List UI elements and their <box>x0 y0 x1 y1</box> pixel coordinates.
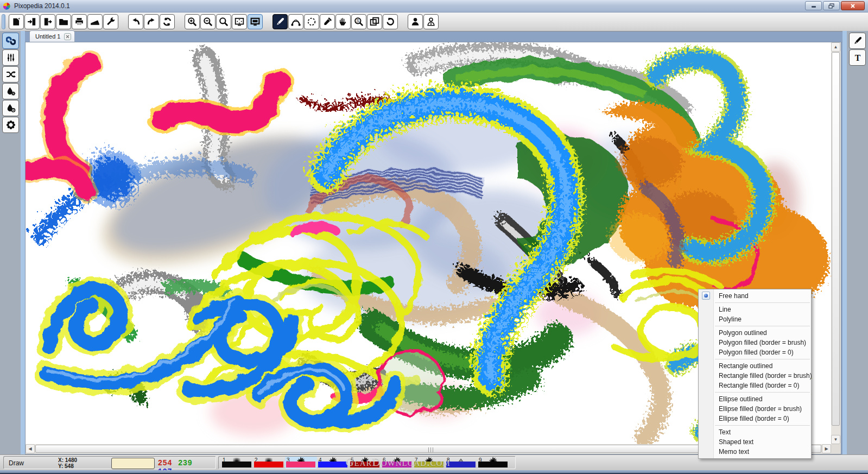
brush-preset-5[interactable]: 5 <box>349 457 381 469</box>
print-button[interactable] <box>72 14 87 29</box>
selected-radio-icon <box>702 292 710 300</box>
menu-item-label: Ellipse filled (border = brush) <box>719 405 802 413</box>
import-image-button[interactable] <box>24 14 40 29</box>
preset-color-bar <box>254 462 283 467</box>
text-tool-button[interactable]: T <box>849 49 866 66</box>
user-outline-button[interactable] <box>423 14 439 29</box>
zoom-out-button[interactable] <box>200 14 216 29</box>
cursor-x: X: 1480 <box>58 457 77 463</box>
close-button[interactable] <box>841 1 865 10</box>
color-picker-button[interactable] <box>320 14 335 29</box>
screen-view-button[interactable] <box>248 14 263 29</box>
open-file-button[interactable] <box>56 14 71 29</box>
redo-button[interactable] <box>144 14 159 29</box>
scroll-down-icon[interactable]: ▼ <box>831 435 840 444</box>
layout-windows-button[interactable] <box>367 14 382 29</box>
preset-color-bar <box>222 462 251 467</box>
fit-to-screen-button[interactable] <box>232 14 247 29</box>
bezier-curve-button[interactable] <box>288 14 303 29</box>
menu-item-text[interactable]: Text <box>699 427 811 437</box>
brush-preset-7[interactable]: 7 <box>413 457 445 469</box>
scroll-up-icon[interactable]: ▲ <box>831 42 840 52</box>
app-logo-icon <box>3 2 11 10</box>
droplet-mode-button[interactable] <box>2 100 19 116</box>
brush-preset-9[interactable]: 9 <box>477 457 509 469</box>
menu-item-label: Text <box>719 428 731 436</box>
menu-item-rectangle-filled-border-0[interactable]: Rectangle filled (border = 0) <box>699 381 811 390</box>
left-tool-panel <box>0 31 25 454</box>
adjust-sliders-button[interactable] <box>2 49 19 66</box>
restore-button[interactable] <box>823 1 840 10</box>
user-profile-button[interactable] <box>408 14 423 29</box>
menu-item-shaped-text[interactable]: Shaped text <box>699 437 811 447</box>
menu-item-rectangle-outlined[interactable]: Rectangle outlined <box>699 361 811 371</box>
undo-button[interactable] <box>128 14 143 29</box>
svg-text:S: S <box>357 18 360 23</box>
status-info-cell: Draw X: 1480 Y: 548 254 239 197 <box>3 456 216 469</box>
brush-preset-1[interactable]: 1 <box>221 457 253 469</box>
scroll-left-icon[interactable]: ◀ <box>26 444 35 453</box>
mode-label: Draw <box>9 459 24 467</box>
tab-close-icon[interactable] <box>64 33 71 40</box>
menu-item-label: Rectangle filled (border = brush) <box>719 372 812 380</box>
menu-item-ellipse-outlined[interactable]: Ellipse outlined <box>699 394 811 404</box>
menu-separator <box>715 425 810 426</box>
preset-color-bar <box>382 462 411 467</box>
refresh-button[interactable] <box>160 14 175 29</box>
new-file-button[interactable] <box>9 14 24 29</box>
minimize-button[interactable] <box>805 1 822 10</box>
title-bar: Pixopedia 2014.0.1 <box>0 0 868 12</box>
droplet-gear-button[interactable] <box>2 83 19 99</box>
freehand-draw-button[interactable] <box>273 14 288 29</box>
zoom-tool-button[interactable] <box>216 14 231 29</box>
menu-item-label: Polygon filled (border = brush) <box>719 339 806 346</box>
brush-tool-button[interactable] <box>849 33 866 49</box>
vertical-scrollbar[interactable]: ▲ ▼ <box>831 42 841 444</box>
zoom-in-button[interactable] <box>185 14 200 29</box>
brush-preset-4[interactable]: 4 <box>317 457 349 469</box>
brush-preset-8[interactable]: 8 <box>445 457 477 469</box>
menu-item-polygon-outlined[interactable]: Polygon outlined <box>699 328 811 338</box>
rgb-r: 254 <box>158 458 172 467</box>
menu-item-line[interactable]: Line <box>699 305 811 314</box>
brush-preset-6[interactable]: 6 <box>381 457 413 469</box>
menu-item-free-hand[interactable]: Free hand <box>699 291 811 301</box>
toolbar-grip[interactable] <box>2 14 5 29</box>
menu-item-polygon-filled-border-0[interactable]: Polygon filled (border = 0) <box>699 347 811 357</box>
menu-item-label: Memo text <box>719 448 749 456</box>
preset-color-bar <box>286 462 315 467</box>
menu-item-ellipse-filled-border-0[interactable]: Ellipse filled (border = 0) <box>699 414 811 424</box>
menu-item-memo-text[interactable]: Memo text <box>699 447 811 457</box>
flower-pattern-button[interactable] <box>2 117 19 133</box>
menu-item-ellipse-filled-border-brush[interactable]: Ellipse filled (border = brush) <box>699 404 811 414</box>
brushstroke-link-button[interactable] <box>2 33 19 49</box>
rotate-button[interactable] <box>383 14 398 29</box>
tab-untitled-1[interactable]: Untitled 1 <box>29 30 75 42</box>
ellipse-select-button[interactable] <box>304 14 319 29</box>
menu-item-label: Ellipse filled (border = 0) <box>719 415 789 422</box>
menu-separator <box>715 326 810 326</box>
brush-preset-3[interactable]: 3 <box>285 457 317 469</box>
color-swatch[interactable] <box>111 458 155 469</box>
vertical-scroll-thumb[interactable] <box>832 52 840 426</box>
settings-wrench-button[interactable] <box>103 14 118 29</box>
export-image-button[interactable] <box>40 14 55 29</box>
brush-preset-cell: 123456789 <box>218 456 516 469</box>
shuffle-arrows-button[interactable] <box>2 66 19 83</box>
toolbar: S <box>0 12 868 31</box>
menu-item-label: Ellipse outlined <box>719 395 763 403</box>
scroll-right-icon[interactable]: ▶ <box>822 444 831 453</box>
scan-button[interactable] <box>87 14 103 29</box>
menu-item-label: Polygon filled (border = 0) <box>719 349 794 356</box>
brush-preset-2[interactable]: 2 <box>253 457 285 469</box>
scrollbar-corner <box>831 444 841 454</box>
menu-item-polygon-filled-border-brush[interactable]: Polygon filled (border = brush) <box>699 338 811 347</box>
zoom-select-button[interactable]: S <box>351 14 366 29</box>
pan-hand-button[interactable] <box>335 14 351 29</box>
document-tab-bar: Untitled 1 <box>25 31 842 42</box>
svg-text:T: T <box>854 53 860 62</box>
rgb-g: 239 <box>178 458 192 467</box>
menu-item-rectangle-filled-border-brush[interactable]: Rectangle filled (border = brush) <box>699 371 811 381</box>
menu-item-label: Rectangle filled (border = 0) <box>719 382 799 389</box>
menu-item-polyline[interactable]: Polyline <box>699 314 811 324</box>
